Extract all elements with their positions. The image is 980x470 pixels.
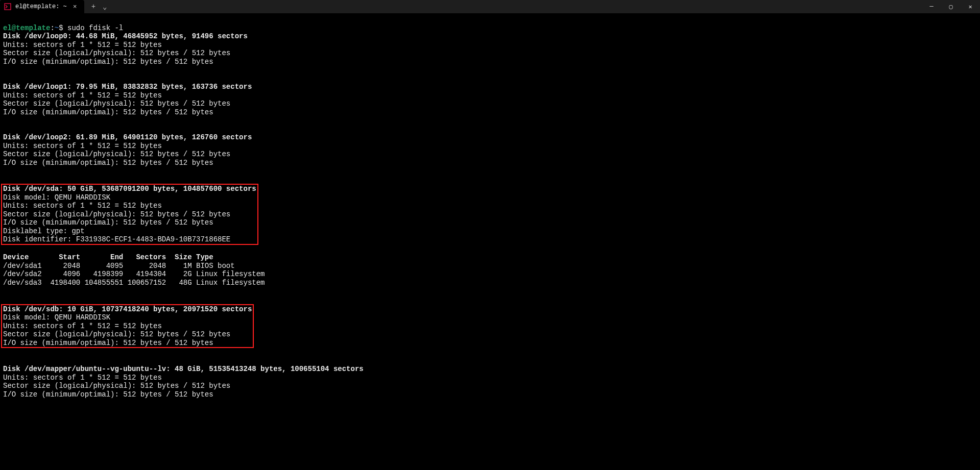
disk-loop1-header: Disk /dev/loop1: 79.95 MiB, 83832832 byt…	[3, 83, 252, 91]
prompt-user-host: el@template	[3, 24, 50, 32]
prompt-cwd: ~	[55, 24, 59, 32]
tab-dropdown-button[interactable]: ⌄	[100, 2, 110, 12]
svg-rect-0	[5, 4, 11, 10]
disk-mapper-header: Disk /dev/mapper/ubuntu--vg-ubuntu--lv: …	[3, 365, 364, 373]
prompt-sep: :	[50, 24, 54, 32]
highlighted-block-sda: Disk /dev/sda: 50 GiB, 53687091200 bytes…	[1, 184, 258, 245]
titlebar: el@template: ~ × + ⌄ — ▢ ✕	[0, 0, 980, 13]
terminal-window: el@template: ~ × + ⌄ — ▢ ✕ el@template:~…	[0, 0, 980, 470]
window-close-button[interactable]: ✕	[961, 0, 980, 13]
highlighted-block-sdb: Disk /dev/sdb: 10 GiB, 10737418240 bytes…	[1, 304, 254, 349]
terminal-body[interactable]: el@template:~$ sudo fdisk -l Disk /dev/l…	[0, 13, 980, 470]
terminal-icon	[4, 3, 11, 10]
output-line: Sector size (logical/physical): 512 byte…	[3, 49, 230, 57]
output-line: Disk identifier: F331938C-ECF1-4483-BDA9…	[3, 235, 230, 243]
output-line: Units: sectors of 1 * 512 = 512 bytes	[3, 322, 162, 330]
output-line: Sector size (logical/physical): 512 byte…	[3, 210, 230, 218]
output-line: Units: sectors of 1 * 512 = 512 bytes	[3, 142, 162, 150]
partition-table-row: /dev/sda1 2048 4095 2048 1M BIOS boot	[3, 262, 235, 270]
output-line: Units: sectors of 1 * 512 = 512 bytes	[3, 91, 162, 100]
disk-sdb-header: Disk /dev/sdb: 10 GiB, 10737418240 bytes…	[3, 305, 252, 313]
tab-title: el@template: ~	[15, 3, 67, 10]
output-line: I/O size (minimum/optimal): 512 bytes / …	[3, 58, 213, 66]
output-line: Sector size (logical/physical): 512 byte…	[3, 150, 230, 158]
prompt-dollar: $	[59, 24, 67, 32]
output-line: Disk model: QEMU HARDDISK	[3, 313, 110, 321]
disk-loop2-header: Disk /dev/loop2: 61.89 MiB, 64901120 byt…	[3, 133, 252, 141]
tab-close-button[interactable]: ×	[71, 3, 79, 11]
output-line: Units: sectors of 1 * 512 = 512 bytes	[3, 202, 162, 210]
new-tab-button[interactable]: +	[88, 2, 99, 12]
active-tab[interactable]: el@template: ~ ×	[0, 0, 84, 13]
output-line: I/O size (minimum/optimal): 512 bytes / …	[3, 339, 213, 347]
output-line: Units: sectors of 1 * 512 = 512 bytes	[3, 41, 162, 49]
output-line: Sector size (logical/physical): 512 byte…	[3, 382, 230, 390]
output-line: I/O size (minimum/optimal): 512 bytes / …	[3, 218, 213, 227]
output-line: Sector size (logical/physical): 512 byte…	[3, 330, 230, 338]
output-line: Sector size (logical/physical): 512 byte…	[3, 100, 230, 108]
window-controls: — ▢ ✕	[922, 0, 980, 13]
partition-table-header: Device Start End Sectors Size Type	[3, 253, 213, 261]
tab-controls: + ⌄	[88, 2, 110, 12]
disk-loop0-header: Disk /dev/loop0: 44.68 MiB, 46845952 byt…	[3, 32, 248, 40]
disk-sda-header: Disk /dev/sda: 50 GiB, 53687091200 bytes…	[3, 185, 256, 193]
partition-table-row: /dev/sda3 4198400 104855551 100657152 48…	[3, 279, 265, 287]
maximize-button[interactable]: ▢	[941, 0, 961, 13]
output-line: Disk model: QEMU HARDDISK	[3, 193, 110, 202]
output-line: I/O size (minimum/optimal): 512 bytes / …	[3, 390, 213, 399]
output-line: I/O size (minimum/optimal): 512 bytes / …	[3, 159, 213, 167]
partition-table-row: /dev/sda2 4096 4198399 4194304 2G Linux …	[3, 270, 265, 278]
output-line: Disklabel type: gpt	[3, 227, 85, 235]
entered-command: sudo fdisk -l	[67, 24, 123, 32]
minimize-button[interactable]: —	[922, 0, 941, 13]
output-line: I/O size (minimum/optimal): 512 bytes / …	[3, 108, 213, 116]
output-line: Units: sectors of 1 * 512 = 512 bytes	[3, 374, 162, 382]
